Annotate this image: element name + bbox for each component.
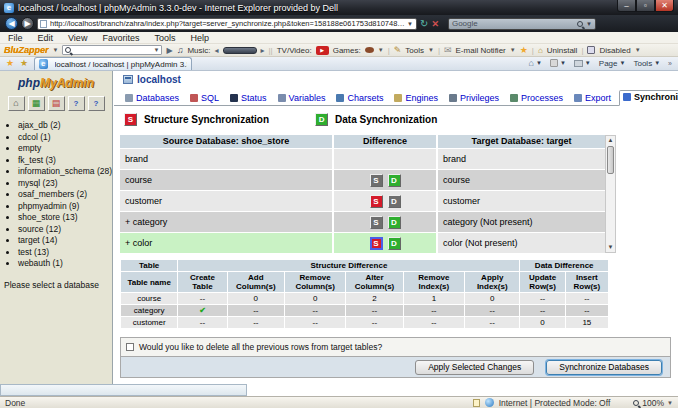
overflow-chevron-icon[interactable]: » [668, 60, 672, 67]
back-button[interactable]: ◀ [5, 17, 18, 30]
scroll-down-icon[interactable]: ▼ [608, 243, 614, 252]
next-track-icon[interactable]: ▸ [261, 46, 265, 55]
comparison-scrollbar[interactable]: ▲ ▼ [605, 135, 616, 253]
charsets-icon [336, 94, 344, 102]
print-button[interactable]: ▼ [574, 60, 591, 67]
search-input[interactable]: Google ▼ [448, 18, 596, 30]
url-text[interactable]: http://localhost/branch/zahra/index.php?… [50, 19, 406, 28]
summary-cell: 15 [566, 317, 608, 328]
scroll-up-icon[interactable]: ▲ [608, 136, 614, 145]
tools-menu-button[interactable]: Tools▼ [633, 59, 660, 68]
database-item[interactable]: information_schema (28) [18, 166, 112, 176]
stop-icon[interactable]: ✕ [431, 19, 439, 29]
structure-diff-icon[interactable]: S [370, 174, 383, 187]
zoom-dropdown-icon[interactable]: ▼ [667, 400, 673, 406]
data-diff-icon[interactable]: D [388, 216, 401, 229]
play-icon[interactable]: ▶ [166, 46, 172, 55]
volume-slider[interactable] [223, 47, 257, 54]
home-nav-icon[interactable]: ⌂ [8, 96, 25, 111]
tab-processes[interactable]: Processes [507, 92, 568, 105]
pma-docs-icon[interactable]: ? [68, 96, 85, 111]
tab-databases[interactable]: Databases [122, 92, 184, 105]
database-item[interactable]: osaf_members (2) [18, 189, 112, 199]
zoom-control[interactable]: 100% ▼ [633, 398, 673, 408]
tab-privileges[interactable]: Privileges [446, 92, 504, 105]
col-header: Insert Row(s) [566, 272, 608, 292]
bluzapper-dropdown-icon[interactable]: ▼ [53, 47, 59, 53]
search-icon[interactable] [577, 21, 583, 27]
query-window-icon[interactable]: ▦ [28, 96, 45, 111]
zoom-level[interactable]: 100% [642, 398, 664, 408]
database-item[interactable]: mysql (23) [18, 178, 112, 188]
menu-file[interactable]: File [8, 33, 23, 43]
url-field[interactable]: http://localhost/branch/zahra/index.php?… [37, 18, 417, 30]
sql-window-icon[interactable]: ▤ [48, 96, 65, 111]
structure-sync-icon: S [124, 113, 137, 126]
structure-diff-icon[interactable]: S [370, 237, 383, 250]
structure-diff-icon[interactable]: S [370, 195, 383, 208]
mysql-docs-icon[interactable]: ? [88, 96, 105, 111]
minimize-button[interactable]: – [617, 0, 636, 12]
data-diff-icon[interactable]: D [388, 237, 401, 250]
database-item[interactable]: webauth (1) [18, 258, 112, 268]
database-item[interactable]: cdcol (1) [18, 132, 112, 142]
menu-view[interactable]: View [68, 33, 87, 43]
scrollbar-thumb[interactable] [607, 146, 614, 174]
disabled-dropdown-icon[interactable]: ▼ [635, 47, 641, 53]
database-item[interactable]: empty [18, 143, 112, 153]
tab-variables[interactable]: Variables [275, 92, 331, 105]
menu-favorites[interactable]: Favorites [102, 33, 139, 43]
search-placeholder[interactable]: Google [452, 19, 577, 28]
tab-charsets[interactable]: Charsets [333, 92, 388, 105]
database-item[interactable]: test (13) [18, 247, 112, 257]
database-item[interactable]: source (12) [18, 224, 112, 234]
feeds-button[interactable]: ▼ [550, 59, 566, 67]
toolbar-search-input[interactable]: ▼ [62, 45, 162, 55]
prev-track-icon[interactable]: ◂ [215, 46, 219, 55]
server-name[interactable]: localhost [137, 74, 181, 85]
tools-dropdown-icon[interactable]: ▼ [428, 47, 434, 53]
home-button[interactable]: ⌂▼ [529, 58, 542, 68]
apply-selected-changes-button[interactable]: Apply Selected Changes [415, 360, 534, 375]
database-item[interactable]: target (14) [18, 235, 112, 245]
toolbar-tools-button[interactable]: Tools [405, 46, 424, 55]
database-item[interactable]: ajax_db (2) [18, 120, 112, 130]
search-dropdown-icon[interactable]: ▼ [586, 21, 592, 27]
email-notifier-button[interactable]: E-mail Notifier [456, 46, 506, 55]
database-item[interactable]: shoe_store (13) [18, 212, 112, 222]
tab-sql[interactable]: SQL [187, 92, 224, 105]
browser-tab[interactable]: e localhost / localhost | phpMyAdmin 3.3… [34, 57, 192, 70]
database-item[interactable]: phpmyadmin (9) [18, 201, 112, 211]
forward-button[interactable]: ▶ [21, 17, 34, 30]
data-diff-icon[interactable]: D [388, 174, 401, 187]
maximize-button[interactable]: ▫ [636, 0, 655, 12]
games-dropdown-icon[interactable]: ▼ [378, 47, 384, 53]
favorites-icon[interactable]: ★ [6, 58, 14, 68]
tab-synchronize[interactable]: Synchronize [619, 90, 678, 106]
page-menu-button[interactable]: Page▼ [599, 59, 626, 68]
close-button[interactable]: ✕ [655, 0, 674, 12]
tab-export[interactable]: Export [571, 92, 616, 105]
tab-status[interactable]: Status [227, 92, 272, 105]
menu-help[interactable]: Help [190, 33, 209, 43]
data-diff-icon[interactable]: D [388, 195, 401, 208]
url-dropdown-icon[interactable]: ▼ [406, 21, 414, 27]
menu-tools[interactable]: Tools [154, 33, 175, 43]
tab-title[interactable]: localhost / localhost | phpMyAdmin 3.3.0… [55, 60, 188, 69]
structure-diff-icon[interactable]: S [370, 216, 383, 229]
refresh-icon[interactable]: ↻ [420, 19, 428, 29]
database-item[interactable]: fk_test (3) [18, 155, 112, 165]
delete-rows-checkbox[interactable] [126, 343, 134, 351]
add-favorite-icon[interactable]: ★ [20, 58, 28, 68]
disabled-button[interactable]: Disabled [599, 46, 630, 55]
tab-engines[interactable]: Engines [391, 92, 443, 105]
uninstall-button[interactable]: Uninstall [547, 46, 578, 55]
favorites-star-icon[interactable]: ★ [520, 45, 528, 55]
football-icon[interactable] [365, 47, 374, 53]
synchronize-databases-button[interactable]: Synchronize Databases [546, 360, 662, 375]
phpmyadmin-logo[interactable]: phpMyAdmin [0, 71, 112, 90]
email-dropdown-icon[interactable]: ▼ [510, 47, 516, 53]
youtube-icon[interactable]: ▶ [316, 46, 329, 55]
bluzapper-logo[interactable]: BluZapper [4, 45, 49, 55]
menu-edit[interactable]: Edit [38, 33, 54, 43]
